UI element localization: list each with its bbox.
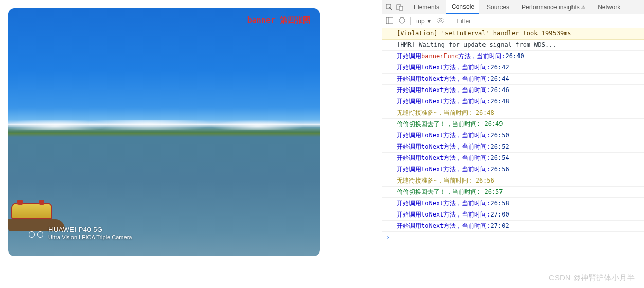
console-row: 开始调用 toNext 方法，当前时间: 26:56 [382,164,644,175]
console-row: [Violation] 'setInterval' handler took 1… [382,28,644,40]
watermark-line2: Ultra Vision LEICA Triple Camera [48,234,132,241]
devtools-panel: Elements Console Sources Performance ins… [382,0,644,288]
csdn-watermark: CSDN @神臂护体小月半 [549,273,635,283]
console-log-list[interactable]: [Violation] 'setInterval' handler took 1… [382,28,644,288]
console-row: 偷偷切换回去了！，当前时间: 26:49 [382,119,644,130]
console-row: 开始调用 toNext 方法，当前时间: 26:52 [382,141,644,153]
inspect-element-icon[interactable] [385,4,393,11]
watermark-line1: HUAWEI P40 5G [48,226,132,234]
console-row: 开始调用 toNext 方法，当前时间: 26:58 [382,198,644,209]
banner-overlay-text: banner 第四张图 [247,15,311,25]
console-row: 开始调用 toNext 方法，当前时间: 27:02 [382,221,644,232]
tab-elements[interactable]: Elements [408,0,444,14]
svg-point-7 [439,20,441,22]
device-toolbar-icon[interactable] [396,4,404,11]
console-row: 开始调用 toNext 方法，当前时间: 27:00 [382,209,644,221]
console-row: 无缝衔接准备~，当前时间: 26:48 [382,107,644,119]
svg-rect-3 [386,17,393,24]
console-row: [HMR] Waiting for update signal from WDS… [382,40,644,51]
leica-dots-icon [29,231,43,238]
tab-network[interactable]: Network [593,0,625,14]
console-prompt[interactable]: › [382,232,644,242]
console-row: 开始调用 toNext 方法，当前时间: 26:54 [382,153,644,164]
console-row: 开始调用 toNext 方法，当前时间: 26:42 [382,62,644,74]
chevron-down-icon: ▼ [427,19,432,24]
banner-image: banner 第四张图 HUAWEI P40 5G Ultra Vision L… [8,8,320,256]
console-row: 开始调用 toNext 方法，当前时间: 26:44 [382,74,644,85]
tab-performance-insights[interactable]: Performance insights ⚠ [516,0,591,14]
page-preview-pane: banner 第四张图 HUAWEI P40 5G Ultra Vision L… [0,0,382,288]
tab-sources[interactable]: Sources [481,0,514,14]
eye-icon[interactable] [437,17,444,25]
filter-input[interactable] [455,16,640,26]
devtools-tabs: Elements Console Sources Performance ins… [382,0,644,14]
context-selector[interactable]: top ▼ [416,17,432,25]
sidebar-toggle-icon[interactable] [386,17,393,25]
console-row: 开始调用 toNext 方法，当前时间: 26:50 [382,130,644,141]
console-row: 开始调用 toNext 方法，当前时间: 26:46 [382,85,644,96]
console-toolbar: top ▼ [382,14,644,28]
console-row: 开始调用 toNext 方法，当前时间: 26:48 [382,96,644,107]
clear-console-icon[interactable] [399,17,405,25]
svg-rect-2 [399,6,403,10]
console-row: 无缝衔接准备~，当前时间: 26:56 [382,175,644,187]
photo-watermark: HUAWEI P40 5G Ultra Vision LEICA Triple … [48,226,132,241]
console-row: 偷偷切换回去了！，当前时间: 26:57 [382,187,644,198]
tab-console[interactable]: Console [446,0,479,14]
console-row: 开始调用 bannerFunc 方法，当前时间: 26:40 [382,51,644,62]
svg-line-6 [400,19,404,23]
